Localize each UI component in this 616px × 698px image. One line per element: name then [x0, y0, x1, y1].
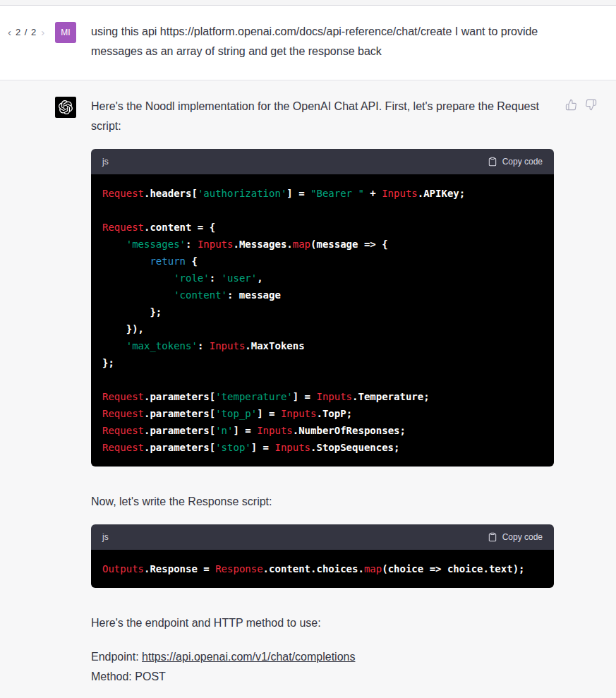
thumbs-up-icon: [565, 99, 577, 111]
code-line: 'role': 'user',: [102, 270, 543, 287]
code-line: };: [102, 303, 543, 320]
user-avatar-initials: MI: [61, 28, 70, 37]
clipboard-icon: [488, 532, 497, 542]
code-line: 'max_tokens': Inputs.MaxTokens: [102, 337, 543, 354]
assistant-between-text: Now, let's write the Response script:: [91, 492, 557, 512]
code-block-header: js Copy code: [91, 149, 554, 174]
method-line: Method: POST: [91, 667, 557, 687]
thumbs-down-button[interactable]: [585, 99, 597, 111]
thumbs-down-icon: [585, 99, 597, 111]
code-block-request-script: js Copy code Request.headers['authorizat…: [91, 149, 554, 467]
copy-code-label: Copy code: [502, 532, 543, 542]
previous-version-button[interactable]: ‹: [7, 27, 12, 37]
code-language-label: js: [102, 157, 109, 167]
code-line: };: [102, 354, 543, 371]
code-line: }),: [102, 320, 543, 337]
user-message-text: using this api https://platform.openai.c…: [91, 22, 557, 61]
next-version-button[interactable]: ›: [40, 27, 45, 37]
endpoint-url-link[interactable]: https://api.openai.com/v1/chat/completio…: [142, 651, 355, 663]
code-block-header: js Copy code: [91, 524, 554, 550]
code-line: Request.parameters['temperature'] = Inpu…: [102, 388, 543, 405]
code-line: Request.content = {: [102, 219, 543, 236]
endpoint-label: Endpoint:: [91, 651, 142, 663]
previous-section-edge: [0, 0, 616, 6]
code-content-request: Request.headers['authorization'] = "Bear…: [91, 174, 554, 467]
copy-code-button[interactable]: Copy code: [488, 157, 543, 167]
clipboard-icon: [488, 157, 497, 167]
code-language-label: js: [102, 532, 109, 542]
feedback-actions: [565, 97, 597, 111]
assistant-outro-heading: Here's the endpoint and HTTP method to u…: [91, 613, 557, 633]
code-block-response-script: js Copy code Outputs.Response = Response…: [91, 524, 554, 588]
copy-code-button[interactable]: Copy code: [488, 532, 543, 542]
assistant-avatar: [55, 97, 76, 118]
code-line: 'content': message: [102, 287, 543, 303]
code-line: Request.headers['authorization'] = "Bear…: [102, 185, 543, 202]
code-line: Request.parameters['n'] = Inputs.NumberO…: [102, 422, 543, 439]
copy-code-label: Copy code: [502, 157, 543, 167]
message-gutter: [7, 97, 55, 116]
code-line: [102, 202, 543, 219]
openai-logo-icon: [59, 100, 73, 114]
code-content-response: Outputs.Response = Response.content.choi…: [91, 550, 554, 588]
code-line: 'messages': Inputs.Messages.map(message …: [102, 236, 543, 253]
endpoint-line: Endpoint: https://api.openai.com/v1/chat…: [91, 647, 557, 667]
code-line: Request.parameters['top_p'] = Inputs.Top…: [102, 405, 543, 422]
message-gutter: ‹ 2 / 2 ›: [7, 22, 55, 42]
message-pagination: ‹ 2 / 2 ›: [7, 27, 45, 37]
thumbs-up-button[interactable]: [565, 99, 577, 111]
code-line: return {: [102, 253, 543, 270]
assistant-intro-text: Here's the Noodl implementation for the …: [91, 97, 557, 136]
assistant-message-row: Here's the Noodl implementation for the …: [0, 80, 616, 697]
chat-page: ‹ 2 / 2 › MI using this api https://plat…: [0, 0, 616, 698]
user-avatar: MI: [55, 22, 76, 43]
pagination-label: 2 / 2: [16, 27, 37, 37]
code-line: [102, 371, 543, 388]
user-message-row: ‹ 2 / 2 › MI using this api https://plat…: [0, 6, 616, 80]
code-line: Outputs.Response = Response.content.choi…: [102, 560, 543, 577]
code-line: Request.parameters['stop'] = Inputs.Stop…: [102, 439, 543, 456]
